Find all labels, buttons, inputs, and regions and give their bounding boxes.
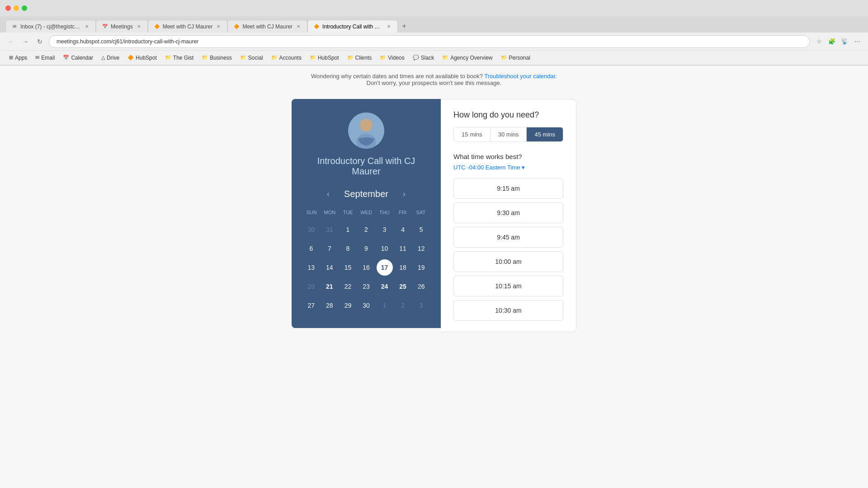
close-button[interactable]	[5, 5, 11, 11]
cast-icon[interactable]: 📡	[839, 36, 850, 47]
browser-tab-tab-meet-cj-1[interactable]: 🔶 Meet with CJ Maurer ✕	[148, 20, 228, 33]
tab-favicon: 🔶	[154, 23, 160, 30]
calendar-day: 2	[395, 297, 411, 314]
back-button[interactable]: ←	[5, 36, 16, 47]
tab-close-icon[interactable]: ✕	[84, 23, 90, 30]
calendar-day[interactable]: 4	[395, 221, 411, 238]
new-tab-button[interactable]: +	[398, 20, 410, 33]
calendar-day[interactable]: 22	[340, 278, 356, 295]
calendar-day[interactable]: 29	[340, 297, 356, 314]
bookmark-icon[interactable]: ☆	[814, 36, 825, 47]
calendar-day[interactable]: 13	[303, 259, 319, 276]
browser-tab-tab-intro[interactable]: 🔶 Introductory Call with CJ Mau... ✕	[307, 20, 398, 33]
extensions-icon[interactable]: 🧩	[826, 36, 837, 47]
duration-btn-0[interactable]: 15 mins	[454, 127, 490, 141]
tab-close-icon[interactable]: ✕	[136, 23, 142, 30]
more-icon[interactable]: ⋯	[852, 36, 863, 47]
calendar-day[interactable]: 3	[377, 221, 393, 238]
calendar-day[interactable]: 11	[395, 240, 411, 257]
calendar-day[interactable]: 28	[321, 297, 338, 314]
day-header-sat: SAT	[412, 208, 430, 217]
calendar-day[interactable]: 6	[303, 240, 319, 257]
bookmark-agency[interactable]: 📁Agency Overview	[439, 53, 496, 62]
time-slot-3[interactable]: 10:00 am	[453, 251, 563, 272]
calendar-day[interactable]: 30	[358, 297, 374, 314]
avatar-container	[302, 113, 430, 149]
calendar-day[interactable]: 17	[377, 259, 393, 276]
bookmark-calendar[interactable]: 📅Calendar	[59, 53, 97, 62]
time-slot-4[interactable]: 10:15 am	[453, 276, 563, 296]
duration-btn-1[interactable]: 30 mins	[490, 127, 527, 141]
bookmark-thegist[interactable]: 📁The Gist	[161, 53, 197, 62]
calendar-day[interactable]: 12	[413, 240, 429, 257]
calendar-day[interactable]: 16	[358, 259, 374, 276]
time-slot-1[interactable]: 9:30 am	[453, 202, 563, 223]
bookmark-icon-personal: 📁	[501, 55, 507, 61]
calendar-day[interactable]: 27	[303, 297, 319, 314]
tab-close-icon[interactable]: ✕	[295, 23, 302, 30]
time-question: What time works best?	[453, 153, 563, 160]
calendar-day[interactable]: 14	[321, 259, 338, 276]
tab-close-icon[interactable]: ✕	[386, 23, 392, 30]
avatar	[348, 113, 384, 149]
bookmark-accounts[interactable]: 📁Accounts	[268, 53, 305, 62]
duration-btn-2[interactable]: 45 mins	[526, 127, 563, 141]
reload-button[interactable]: ↻	[34, 36, 45, 47]
calendar-day[interactable]: 25	[395, 278, 411, 295]
prev-month-button[interactable]: ‹	[323, 188, 333, 201]
calendar-day[interactable]: 18	[395, 259, 411, 276]
time-slot-5[interactable]: 10:30 am	[453, 300, 563, 321]
bookmark-email[interactable]: ✉Email	[32, 53, 58, 62]
bookmark-drive[interactable]: △Drive	[98, 53, 123, 62]
bookmark-apps[interactable]: ⊞Apps	[5, 53, 31, 62]
tabs-bar: ✉ Inbox (7) - cj@thegistcontent... ✕ 📅 M…	[0, 16, 868, 33]
bookmark-social[interactable]: 📁Social	[236, 53, 267, 62]
forward-button[interactable]: →	[20, 36, 31, 47]
time-slot-0[interactable]: 9:15 am	[453, 178, 563, 199]
troubleshoot-link[interactable]: Troubleshoot your calendar.	[484, 73, 557, 80]
calendar-day[interactable]: 23	[358, 278, 374, 295]
maximize-button[interactable]	[22, 5, 27, 11]
calendar-day[interactable]: 21	[321, 278, 338, 295]
duration-question: How long do you need?	[453, 110, 563, 120]
info-banner: Wondering why certain dates and times ar…	[0, 66, 868, 90]
tab-label: Introductory Call with CJ Mau...	[322, 23, 383, 30]
tab-close-icon[interactable]: ✕	[215, 23, 222, 30]
bookmark-hubspot[interactable]: 🔶HubSpot	[124, 53, 160, 62]
next-month-button[interactable]: ›	[399, 188, 409, 201]
browser-tab-tab-gmail[interactable]: ✉ Inbox (7) - cj@thegistcontent... ✕	[5, 20, 96, 33]
browser-tab-tab-meet-cj-2[interactable]: 🔶 Meet with CJ Maurer ✕	[227, 20, 307, 33]
minimize-button[interactable]	[14, 5, 19, 11]
calendar-day[interactable]: 1	[340, 221, 356, 238]
calendar-day[interactable]: 7	[321, 240, 338, 257]
address-input[interactable]: meetings.hubspot.com/cj61/introductory-c…	[49, 35, 810, 48]
calendar-day[interactable]: 15	[340, 259, 356, 276]
bookmark-slack[interactable]: 💬Slack	[409, 53, 438, 62]
bookmarks-bar: ⊞Apps✉Email📅Calendar△Drive🔶HubSpot📁The G…	[0, 51, 868, 65]
bookmark-personal[interactable]: 📁Personal	[497, 53, 534, 62]
bookmark-icon-hubspot: 🔶	[127, 55, 134, 61]
time-slot-2[interactable]: 9:45 am	[453, 227, 563, 248]
tab-label: Meet with CJ Maurer	[242, 23, 292, 30]
calendar-day[interactable]: 8	[340, 240, 356, 257]
calendar-day[interactable]: 10	[377, 240, 393, 257]
address-text: meetings.hubspot.com/cj61/introductory-c…	[57, 38, 198, 45]
main-content: Wondering why certain dates and times ar…	[0, 66, 868, 488]
bookmark-business[interactable]: 📁Business	[198, 53, 236, 62]
browser-tab-tab-meetings[interactable]: 📅 Meetings ✕	[96, 20, 148, 33]
calendar-day[interactable]: 5	[413, 221, 429, 238]
bookmark-label-clients: Clients	[355, 55, 372, 61]
timezone-selector[interactable]: UTC -04:00 Eastern Time ▾	[453, 164, 563, 171]
bookmark-clients[interactable]: 📁Clients	[344, 53, 376, 62]
bookmark-hubspot2[interactable]: 📁HubSpot	[306, 53, 343, 62]
calendar-day[interactable]: 9	[358, 240, 374, 257]
bookmark-icon-agency: 📁	[442, 55, 448, 61]
calendar-day[interactable]: 24	[377, 278, 393, 295]
tab-label: Inbox (7) - cj@thegistcontent...	[20, 23, 81, 30]
bookmark-icon-apps: ⊞	[9, 55, 13, 61]
calendar-day[interactable]: 26	[413, 278, 429, 295]
calendar-day[interactable]: 19	[413, 259, 429, 276]
calendar-day[interactable]: 2	[358, 221, 374, 238]
bookmark-videos[interactable]: 📁Videos	[376, 53, 408, 62]
bookmark-icon-calendar: 📅	[63, 55, 69, 61]
